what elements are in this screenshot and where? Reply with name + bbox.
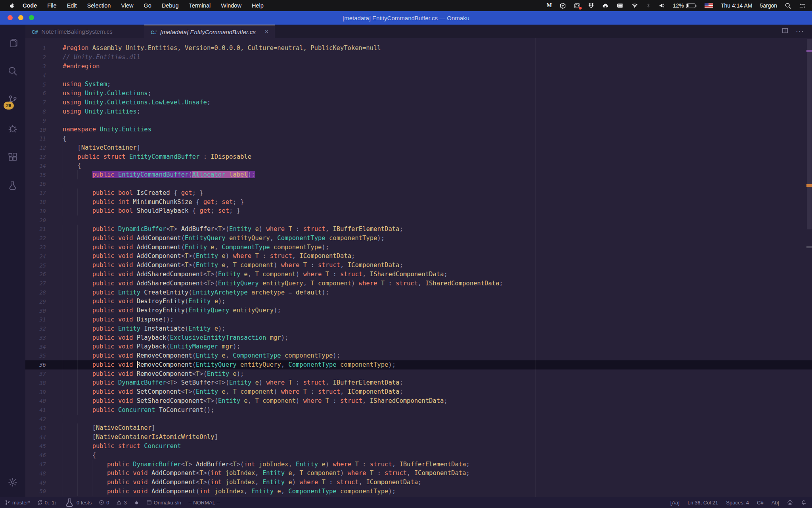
menu-item-go[interactable]: Go xyxy=(138,2,156,9)
code-line-10[interactable]: 10namespace Unity.Entities xyxy=(25,125,812,134)
code-editor[interactable]: 1#region Assembly Unity.Entities, Versio… xyxy=(25,38,812,497)
tab-entitycommandbuffer[interactable]: C#[metadata] EntityCommandBuffer.cs× xyxy=(144,25,275,38)
battery-indicator[interactable]: 12% xyxy=(673,2,697,9)
indentation[interactable]: Spaces: 4 xyxy=(726,500,749,506)
code-line-37[interactable]: 37 public void RemoveComponent<T>(Entity… xyxy=(25,369,812,379)
code-line-7[interactable]: 7using Unity.Collections.LowLevel.Unsafe… xyxy=(25,98,812,107)
code-line-22[interactable]: 22 public void AddComponent(EntityQuery … xyxy=(25,234,812,243)
code-line-40[interactable]: 40 public void SetSharedComponent<T>(Ent… xyxy=(25,396,812,406)
minimize-window-button[interactable] xyxy=(18,15,23,20)
cursor-position[interactable]: Ln 36, Col 21 xyxy=(688,500,718,506)
display-icon[interactable] xyxy=(617,2,624,9)
code-line-49[interactable]: 49 public void AddComponent<T>(int jobIn… xyxy=(25,478,812,487)
code-line-14[interactable]: 14 { xyxy=(25,161,812,170)
menu-item-view[interactable]: View xyxy=(116,2,138,9)
m-logo-icon[interactable]: M xyxy=(547,2,552,9)
menu-item-file[interactable]: File xyxy=(42,2,61,9)
code-line-21[interactable]: 21 public DynamicBuffer<T> AddBuffer<T>(… xyxy=(25,225,812,234)
code-line-46[interactable]: 46 { xyxy=(25,451,812,460)
code-line-45[interactable]: 45 public struct Concurrent xyxy=(25,442,812,451)
creative-cloud-icon[interactable] xyxy=(574,2,580,9)
code-line-41[interactable]: 41 public Concurrent ToConcurrent(); xyxy=(25,406,812,415)
code-line-38[interactable]: 38 public DynamicBuffer<T> SetBuffer<T>(… xyxy=(25,378,812,387)
code-line-16[interactable]: 16 xyxy=(25,179,812,189)
wifi-icon[interactable] xyxy=(631,2,638,9)
menu-item-terminal[interactable]: Terminal xyxy=(184,2,216,9)
beaker-icon[interactable] xyxy=(4,177,21,194)
code-line-27[interactable]: 27 public void AddSharedComponent<T>(Ent… xyxy=(25,279,812,288)
code-line-42[interactable]: 42 xyxy=(25,415,812,424)
code-line-39[interactable]: 39 public void SetComponent<T>(Entity e,… xyxy=(25,387,812,396)
source-control-icon[interactable]: 26 xyxy=(4,91,21,108)
git-branch[interactable]: master* xyxy=(5,500,30,506)
code-line-25[interactable]: 25 public void AddComponent<T>(Entity e,… xyxy=(25,261,812,270)
notifications-bell[interactable] xyxy=(801,500,806,506)
code-line-48[interactable]: 48 public void AddComponent<T>(int jobIn… xyxy=(25,469,812,478)
code-line-50[interactable]: 50 public void AddComponent(int jobIndex… xyxy=(25,487,812,496)
code-line-29[interactable]: 29 public void DestroyEntity(Entity e); xyxy=(25,297,812,306)
code-line-12[interactable]: 12 [NativeContainer] xyxy=(25,143,812,152)
code-line-2[interactable]: 2// Unity.Entities.dll xyxy=(25,53,812,62)
apple-icon[interactable] xyxy=(6,2,17,9)
menu-item-help[interactable]: Help xyxy=(247,2,269,9)
abl-indicator[interactable]: Ab| xyxy=(772,500,779,506)
menu-item-debug[interactable]: Debug xyxy=(157,2,184,9)
search-icon[interactable] xyxy=(4,63,21,79)
warning-count[interactable]: 3 xyxy=(116,500,126,506)
code-line-26[interactable]: 26 public void AddSharedComponent<T>(Ent… xyxy=(25,270,812,279)
error-count[interactable]: 0 xyxy=(99,500,109,506)
menu-item-selection[interactable]: Selection xyxy=(82,2,116,9)
code-line-6[interactable]: 6using Unity.Collections; xyxy=(25,89,812,98)
match-case-indicator[interactable]: [Aa] xyxy=(670,500,680,506)
solution-name[interactable]: Onmaku.sln xyxy=(146,500,181,506)
code-line-8[interactable]: 8using Unity.Entities; xyxy=(25,107,812,116)
scrollbar-thumb[interactable] xyxy=(807,39,812,229)
control-center-icon[interactable] xyxy=(799,2,806,9)
editor-scrollbar[interactable] xyxy=(806,38,812,497)
code-line-35[interactable]: 35 public void RemoveComponent(Entity e,… xyxy=(25,351,812,360)
code-line-24[interactable]: 24 public void AddComponent<T>(Entity e)… xyxy=(25,252,812,261)
menu-item-window[interactable]: Window xyxy=(216,2,247,9)
input-language-flag[interactable] xyxy=(705,3,713,8)
code-line-4[interactable]: 4 xyxy=(25,71,812,80)
code-line-13[interactable]: 13 public struct EntityCommandBuffer : I… xyxy=(25,152,812,162)
code-line-28[interactable]: 28 public Entity CreateEntity(EntityArch… xyxy=(25,288,812,297)
code-line-23[interactable]: 23 public void AddComponent(Entity e, Co… xyxy=(25,243,812,252)
code-line-43[interactable]: 43 [NativeContainer] xyxy=(25,423,812,433)
bluetooth-icon[interactable] xyxy=(646,2,651,9)
dropbox-icon[interactable] xyxy=(588,2,594,9)
code-line-30[interactable]: 30 public void DestroyEntity(EntityQuery… xyxy=(25,306,812,315)
code-line-17[interactable]: 17 public bool IsCreated { get; } xyxy=(25,189,812,198)
code-line-1[interactable]: 1#region Assembly Unity.Entities, Versio… xyxy=(25,44,812,53)
spotlight-icon[interactable] xyxy=(785,2,791,9)
files-icon[interactable] xyxy=(4,34,21,51)
code-line-34[interactable]: 34 public void Playback(EntityManager mg… xyxy=(25,342,812,351)
close-window-button[interactable] xyxy=(8,15,13,20)
split-editor-icon[interactable] xyxy=(781,27,789,36)
extensions-icon[interactable] xyxy=(4,148,21,165)
code-line-33[interactable]: 33 public void Playback(ExclusiveEntityT… xyxy=(25,333,812,343)
tab-close-icon[interactable]: × xyxy=(265,29,268,35)
code-line-32[interactable]: 32 public Entity Instantiate(Entity e); xyxy=(25,324,812,333)
sync-status[interactable]: 0↓ 1↑ xyxy=(37,500,57,506)
code-line-36[interactable]: 36 public void RemoveComponent(EntityQue… xyxy=(25,360,812,369)
code-line-47[interactable]: 47 public DynamicBuffer<T> AddBuffer<T>(… xyxy=(25,460,812,469)
gear-icon[interactable] xyxy=(4,474,21,491)
language-mode[interactable]: C# xyxy=(757,500,764,506)
test-status[interactable]: 0 tests xyxy=(64,497,92,508)
tab-notetimebakingsystem[interactable]: C#NoteTimeBakingSystem.cs xyxy=(25,25,144,38)
code-line-44[interactable]: 44 [NativeContainerIsAtomicWriteOnly] xyxy=(25,433,812,442)
menu-clock[interactable]: Thu 4:14 AM xyxy=(721,2,752,9)
code-line-18[interactable]: 18 public int MinimumChunkSize { get; se… xyxy=(25,198,812,207)
flame-indicator[interactable] xyxy=(134,500,139,506)
code-line-20[interactable]: 20 xyxy=(25,216,812,225)
code-line-9[interactable]: 9 xyxy=(25,116,812,125)
vim-mode[interactable]: -- NORMAL -- xyxy=(188,500,220,506)
code-line-19[interactable]: 19 public bool ShouldPlayback { get; set… xyxy=(25,206,812,216)
code-line-15[interactable]: 15 public EntityCommandBuffer(Allocator … xyxy=(25,170,812,179)
cloud-upload-icon[interactable] xyxy=(602,2,609,9)
unity-icon[interactable] xyxy=(559,2,566,9)
menu-item-edit[interactable]: Edit xyxy=(62,2,82,9)
menu-item-code[interactable]: Code xyxy=(17,2,42,9)
user-menu[interactable]: 5argon xyxy=(760,2,777,9)
